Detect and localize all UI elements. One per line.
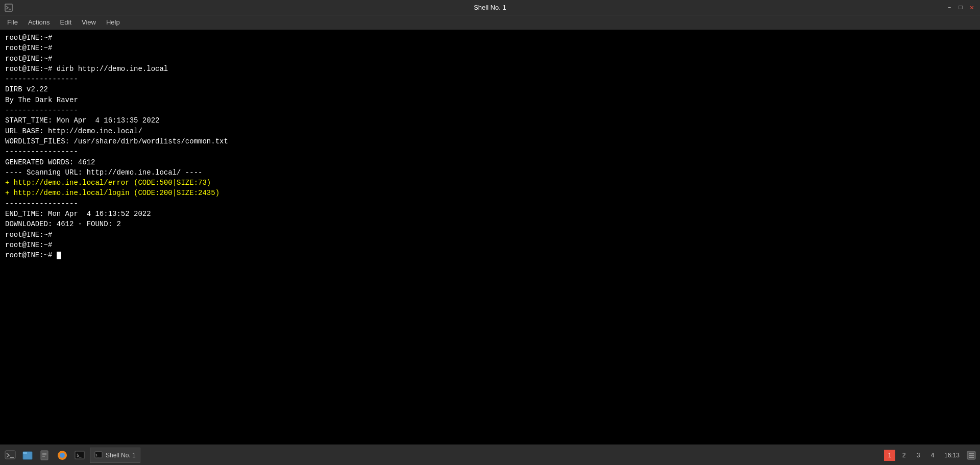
minimize-button[interactable]: – [945, 4, 953, 12]
taskbar-right: 1 2 3 4 16:13 [884, 450, 977, 461]
terminal-line: DIRB v2.22 [5, 84, 975, 94]
maximize-button[interactable]: □ [957, 4, 965, 12]
terminal-line: DOWNLOADED: 4612 - FOUND: 2 [5, 219, 975, 229]
desktop-3[interactable]: 3 [913, 450, 924, 461]
menu-help[interactable]: Help [101, 17, 125, 27]
terminal-line: root@INE:~# [5, 240, 975, 250]
taskbar-terminal-icon[interactable] [3, 448, 17, 462]
taskbar-settings-icon[interactable] [966, 450, 977, 461]
menu-bar: File Actions Edit View Help [0, 15, 980, 30]
terminal-line: GENERATED WORDS: 4612 [5, 157, 975, 167]
menu-actions[interactable]: Actions [23, 17, 55, 27]
terminal-line: ----------------- [5, 199, 975, 209]
terminal-line: START_TIME: Mon Apr 4 16:13:35 2022 [5, 115, 975, 126]
system-clock: 16:13 [941, 452, 963, 459]
terminal-line: + http://demo.ine.local/login (CODE:200|… [5, 188, 975, 198]
taskbar-left: $_ $_ Shell No. 1 [3, 448, 140, 463]
active-app-label: Shell No. 1 [106, 452, 136, 459]
svg-rect-5 [23, 452, 27, 454]
terminal-line: END_TIME: Mon Apr 4 16:13:52 2022 [5, 209, 975, 219]
terminal-line: URL_BASE: http://demo.ine.local/ [5, 126, 975, 136]
terminal-line: ----------------- [5, 146, 975, 157]
svg-rect-6 [41, 451, 48, 460]
window-controls: – □ ✕ [945, 4, 976, 12]
terminal-cursor [57, 252, 61, 259]
svg-text:$_: $_ [95, 453, 100, 457]
terminal-line: root@INE:~# [5, 250, 975, 260]
terminal-output: root@INE:~#root@INE:~#root@INE:~#root@IN… [0, 30, 980, 445]
taskbar: $_ $_ Shell No. 1 1 2 3 4 16:13 [0, 445, 980, 465]
terminal-line: root@INE:~# [5, 33, 975, 43]
taskbar-firefox-icon[interactable] [55, 448, 69, 462]
menu-view[interactable]: View [77, 17, 101, 27]
terminal-line: root@INE:~# [5, 230, 975, 240]
terminal-line: WORDLIST_FILES: /usr/share/dirb/wordlist… [5, 136, 975, 146]
terminal-line: root@INE:~# [5, 43, 975, 53]
terminal-line: root@INE:~# dirb http://demo.ine.local [5, 64, 975, 74]
title-bar-left [4, 3, 13, 12]
svg-text:$_: $_ [77, 453, 82, 458]
title-bar: Shell No. 1 – □ ✕ [0, 0, 980, 15]
terminal-line: ---- Scanning URL: http://demo.ine.local… [5, 167, 975, 178]
terminal-line: + http://demo.ine.local/error (CODE:500|… [5, 178, 975, 188]
terminal-line: ----------------- [5, 74, 975, 84]
desktop-1[interactable]: 1 [884, 450, 895, 461]
terminal-line: ----------------- [5, 105, 975, 115]
taskbar-editor-icon[interactable] [38, 448, 52, 462]
desktop-2[interactable]: 2 [898, 450, 910, 461]
menu-file[interactable]: File [2, 17, 23, 27]
desktop-4[interactable]: 4 [927, 450, 938, 461]
terminal-line: root@INE:~# [5, 54, 975, 64]
taskbar-active-app[interactable]: $_ Shell No. 1 [90, 448, 140, 463]
svg-point-11 [60, 453, 65, 458]
terminal-line: By The Dark Raver [5, 95, 975, 105]
taskbar-xterm-icon[interactable]: $_ [72, 448, 87, 462]
menu-edit[interactable]: Edit [55, 17, 77, 27]
terminal-icon [4, 3, 13, 12]
window-title: Shell No. 1 [474, 4, 506, 11]
taskbar-files-icon[interactable] [20, 448, 35, 462]
close-button[interactable]: ✕ [968, 4, 976, 12]
